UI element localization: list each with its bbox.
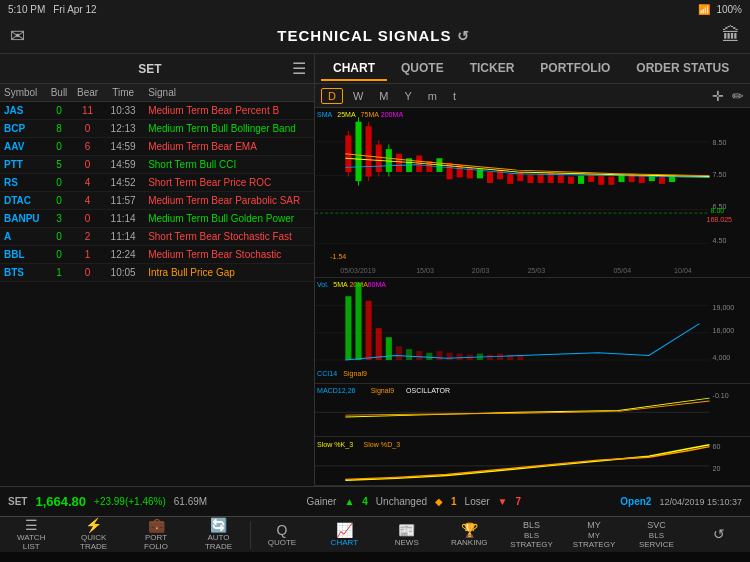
svg-rect-36	[568, 177, 574, 184]
nav-bls-service[interactable]: SVC BLSSERVICE	[625, 519, 687, 551]
table-row[interactable]: A 0 2 11:14 Short Term Bear Stochastic F…	[0, 228, 314, 246]
status-bar: 5:10 PM Fri Apr 12 📶 100%	[0, 0, 750, 18]
time-cell: 14:59	[102, 156, 144, 174]
table-row[interactable]: PTT 5 0 14:59 Short Term Bull CCI	[0, 156, 314, 174]
time-cell: 14:59	[102, 138, 144, 156]
col-bull: Bull	[45, 84, 73, 102]
change-display: +23.99(+1.46%)	[94, 496, 166, 507]
nav-my-strategy[interactable]: MY MYSTRATEGY	[563, 519, 625, 551]
tab-chart[interactable]: CHART	[321, 57, 387, 81]
svg-text:Signal9: Signal9	[371, 388, 395, 396]
svg-rect-43	[639, 176, 645, 183]
svg-text:8.00: 8.00	[711, 207, 725, 214]
subtab-d[interactable]: D	[321, 88, 343, 104]
bear-cell: 1	[73, 246, 102, 264]
svg-text:4,000: 4,000	[713, 354, 731, 361]
draw-icon[interactable]: ✏	[732, 88, 744, 104]
nav-auto-trade[interactable]: 🔄 AUTOTRADE	[187, 516, 249, 553]
bull-cell: 5	[45, 156, 73, 174]
bear-cell: 4	[73, 174, 102, 192]
svg-rect-39	[598, 176, 604, 185]
svg-text:16,000: 16,000	[713, 327, 735, 334]
svg-text:75MA: 75MA	[361, 111, 380, 118]
svg-rect-38	[588, 175, 594, 182]
svg-text:SMA: SMA	[317, 111, 333, 118]
gainer-icon: ▲	[344, 496, 354, 507]
svg-text:200MA: 200MA	[381, 111, 404, 118]
signal-cell: Medium Term Bull Golden Power	[144, 210, 314, 228]
svg-text:20/03: 20/03	[472, 267, 490, 274]
mail-icon[interactable]: ✉	[10, 25, 25, 47]
bear-cell: 2	[73, 228, 102, 246]
symbol-cell: RS	[0, 174, 45, 192]
time-cell: 10:05	[102, 264, 144, 282]
gainer-value: 4	[362, 496, 368, 507]
time-cell: 14:52	[102, 174, 144, 192]
symbol-cell: BCP	[0, 120, 45, 138]
signal-table: Symbol Bull Bear Time Signal JAS 0 11 10…	[0, 84, 314, 486]
bull-cell: 0	[45, 192, 73, 210]
subtab-t[interactable]: t	[447, 89, 462, 103]
col-bear: Bear	[73, 84, 102, 102]
nav-watchlist[interactable]: ☰ WATCHLIST	[0, 516, 62, 553]
nav-quick-trade[interactable]: ⚡ QUICKTRADE	[62, 516, 124, 553]
tab-quote[interactable]: QUOTE	[389, 57, 456, 81]
subtab-m[interactable]: M	[373, 89, 394, 103]
bull-cell: 3	[45, 210, 73, 228]
tab-ticker[interactable]: TICKER	[458, 57, 527, 81]
table-row[interactable]: BTS 1 0 10:05 Intra Bull Price Gap	[0, 264, 314, 282]
table-row[interactable]: DTAC 0 4 11:57 Medium Term Bear Paraboli…	[0, 192, 314, 210]
svg-text:15/03: 15/03	[416, 267, 434, 274]
menu-icon[interactable]: ☰	[292, 59, 306, 78]
symbol-cell: BANPU	[0, 210, 45, 228]
svg-rect-78	[436, 351, 442, 360]
signal-cell: Medium Term Bear Parabolic SAR	[144, 192, 314, 210]
svg-text:Slow %K_3: Slow %K_3	[317, 441, 353, 449]
nav-refresh[interactable]: ↺	[688, 525, 750, 544]
svg-text:Slow %D_3: Slow %D_3	[364, 441, 401, 449]
svg-rect-86	[517, 356, 523, 361]
table-row[interactable]: RS 0 4 14:52 Short Term Bear Price ROC	[0, 174, 314, 192]
signal-cell: Medium Term Bear Percent B	[144, 102, 314, 120]
tab-order-status[interactable]: ORDER STATUS	[624, 57, 741, 81]
gainer-label: Gainer	[306, 496, 336, 507]
svg-rect-83	[487, 355, 493, 360]
price-panel: SMA 25MA 75MA 200MA	[315, 108, 750, 278]
nav-chart[interactable]: 📈 CHART	[313, 521, 375, 549]
nav-portfolio[interactable]: 💼 PORTFOLIO	[125, 516, 187, 553]
symbol-cell: BBL	[0, 246, 45, 264]
col-time: Time	[102, 84, 144, 102]
table-row[interactable]: BBL 0 1 12:24 Medium Term Bear Stochasti…	[0, 246, 314, 264]
nav-news[interactable]: 📰 NEWS	[376, 521, 438, 549]
svg-rect-0	[315, 108, 750, 277]
svg-text:-0.10: -0.10	[713, 392, 729, 399]
svg-rect-79	[447, 353, 453, 360]
nav-quote[interactable]: Q QUOTE	[251, 521, 313, 549]
svg-text:05/03/2019: 05/03/2019	[340, 267, 376, 274]
page-title: TECHNICAL SIGNALS ↺	[25, 27, 722, 44]
chart-panels: SMA 25MA 75MA 200MA	[315, 108, 750, 486]
subtab-w[interactable]: W	[347, 89, 369, 103]
svg-text:4.50: 4.50	[713, 238, 727, 245]
svg-text:168.025: 168.025	[707, 217, 733, 224]
bull-cell: 0	[45, 246, 73, 264]
battery-display: 100%	[716, 4, 742, 15]
bull-cell: 0	[45, 174, 73, 192]
svg-rect-70	[355, 283, 361, 360]
svg-text:MACD12,26: MACD12,26	[317, 388, 356, 395]
crosshair-icon[interactable]: ✛	[712, 88, 724, 104]
tab-portfolio[interactable]: PORTFOLIO	[528, 57, 622, 81]
table-row[interactable]: JAS 0 11 10:33 Medium Term Bear Percent …	[0, 102, 314, 120]
right-panel: CHART QUOTE TICKER PORTFOLIO ORDER STATU…	[315, 54, 750, 486]
subtab-y[interactable]: Y	[399, 89, 418, 103]
table-row[interactable]: BANPU 3 0 11:14 Medium Term Bull Golden …	[0, 210, 314, 228]
time-cell: 12:24	[102, 246, 144, 264]
table-row[interactable]: BCP 8 0 12:13 Medium Term Bull Bollinger…	[0, 120, 314, 138]
svg-rect-80	[457, 354, 463, 360]
nav-ranking[interactable]: 🏆 RANKING	[438, 521, 500, 549]
bull-cell: 1	[45, 264, 73, 282]
table-row[interactable]: AAV 0 6 14:59 Medium Term Bear EMA	[0, 138, 314, 156]
bank-icon[interactable]: 🏛	[722, 25, 740, 46]
nav-bls-strategy[interactable]: BLS BLSSTRATEGY	[500, 519, 562, 551]
subtab-sm[interactable]: m	[422, 89, 443, 103]
